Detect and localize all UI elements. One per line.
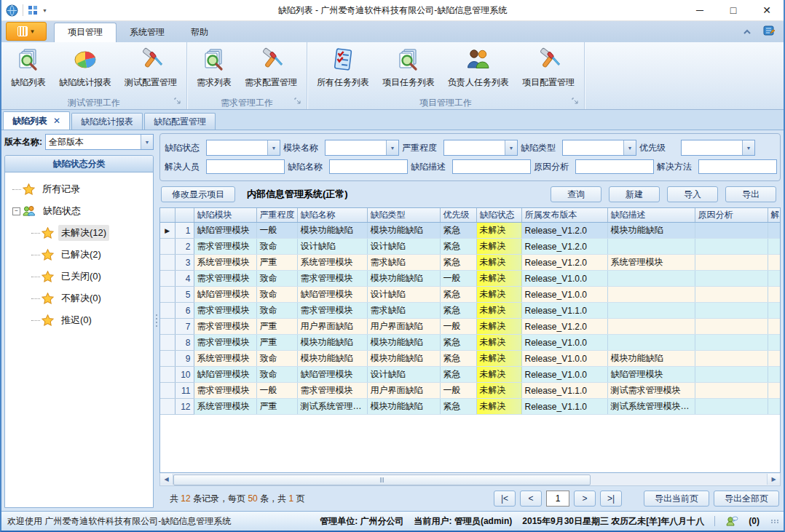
qat-dropdown-arrow[interactable]: ▼ <box>42 8 47 13</box>
ribbon-button[interactable]: 缺陷统计报表 <box>54 45 117 91</box>
table-row-12[interactable]: 12系统管理模块严重测试系统管理…模块功能缺陷紧急未解决Release_V1.1… <box>160 399 781 415</box>
chevron-down-icon[interactable]: ▼ <box>141 135 153 149</box>
row-selector-cell[interactable] <box>160 383 175 399</box>
message-count-badge[interactable]: (0) <box>749 516 760 526</box>
tree-node-5[interactable]: 已关闭(0) <box>31 266 150 287</box>
filter-input-4[interactable] <box>575 159 654 174</box>
last-page-button[interactable]: >| <box>600 491 622 507</box>
ribbon-button[interactable]: 所有任务列表 <box>312 45 374 91</box>
tree-node-6[interactable]: 不解决(0) <box>31 287 150 309</box>
table-row-3[interactable]: 3系统管理模块严重系统管理模块需求缺陷紧急未解决Release_V1.2.0系统… <box>160 255 781 271</box>
prev-page-button[interactable]: < <box>520 491 542 507</box>
dialog-launcher-icon[interactable] <box>572 96 578 106</box>
row-selector-cell[interactable] <box>160 303 175 319</box>
application-menu-button[interactable]: ▼ <box>6 22 47 41</box>
resize-grip[interactable] <box>771 520 779 523</box>
ribbon-button[interactable]: 需求列表 <box>192 45 237 91</box>
chevron-down-icon[interactable]: ▼ <box>742 140 754 155</box>
horizontal-scrollbar[interactable]: ◀ ▶ <box>159 473 781 486</box>
row-selector-cell[interactable] <box>160 287 175 303</box>
table-row-6[interactable]: 6需求管理模块致命需求管理模块需求缺陷紧急未解决Release_V1.1.0 <box>160 303 781 319</box>
row-selector-cell[interactable] <box>160 271 175 287</box>
help-icon[interactable] <box>763 25 776 39</box>
table-row-5[interactable]: 5缺陷管理模块致命缺陷管理模块设计缺陷紧急未解决Release_V1.0.0 <box>160 287 781 303</box>
ribbon-button[interactable]: 需求配置管理 <box>240 45 302 91</box>
chevron-down-icon[interactable]: ▼ <box>267 140 280 155</box>
filter-select-5[interactable]: ▼ <box>681 140 755 156</box>
doc-tab-2[interactable]: 缺陷统计报表 <box>71 113 143 130</box>
doc-tab-3[interactable]: 缺陷配置管理 <box>144 113 216 130</box>
grid-icon[interactable] <box>28 5 38 15</box>
row-selector-cell[interactable] <box>160 319 175 335</box>
scrollbar-thumb[interactable] <box>173 475 591 485</box>
filter-input-3[interactable] <box>452 159 531 174</box>
close-icon[interactable]: ✕ <box>53 116 60 126</box>
minimize-button[interactable]: ─ <box>683 1 717 20</box>
ribbon-tab-1[interactable]: 项目管理 <box>54 23 117 42</box>
export-current-page-button[interactable]: 导出当前页 <box>644 491 709 507</box>
row-selector-cell[interactable]: ▶ <box>160 223 175 239</box>
table-row-2[interactable]: 2需求管理模块致命设计缺陷设计缺陷紧急未解决Release_V1.2.0 <box>160 239 781 255</box>
tree-node-4[interactable]: 已解决(2) <box>31 244 150 266</box>
table-row-10[interactable]: 10缺陷管理模块致命缺陷管理模块设计缺陷紧急未解决Release_V1.0.0缺… <box>160 367 781 383</box>
column-header-11[interactable]: 原因分析 <box>695 208 768 223</box>
column-header-4[interactable]: 严重程度 <box>256 208 297 223</box>
row-selector-cell[interactable] <box>160 255 175 271</box>
table-row-11[interactable]: 11需求管理模块一般需求管理模块用户界面缺陷一般未解决Release_V1.1.… <box>160 383 781 399</box>
column-header-7[interactable]: 优先级 <box>440 208 476 223</box>
column-header-9[interactable]: 所属发布版本 <box>521 208 607 223</box>
dialog-launcher-icon[interactable] <box>174 96 181 106</box>
filter-select-3[interactable]: ▼ <box>443 140 518 156</box>
table-row-1[interactable]: ▶1缺陷管理模块一般模块功能缺陷模块功能缺陷紧急未解决Release_V1.2.… <box>160 223 781 239</box>
ribbon-button[interactable]: 负责人任务列表 <box>443 45 514 91</box>
globe-icon[interactable] <box>6 4 18 17</box>
column-header-8[interactable]: 缺陷状态 <box>476 208 521 223</box>
filter-input-1[interactable] <box>206 159 285 174</box>
column-header-3[interactable]: 缺陷模块 <box>194 208 256 223</box>
column-header-6[interactable]: 缺陷类型 <box>367 208 440 223</box>
tree-node-7[interactable]: 推迟(0) <box>31 309 150 331</box>
row-selector-cell[interactable] <box>160 239 175 255</box>
modify-columns-button[interactable]: 修改显示项目 <box>161 186 235 202</box>
page-number-input[interactable] <box>546 491 569 507</box>
close-button[interactable]: ✕ <box>750 1 784 20</box>
filter-select-2[interactable]: ▼ <box>325 140 399 156</box>
row-selector-cell[interactable] <box>160 351 175 367</box>
ribbon-tab-2[interactable]: 系统管理 <box>117 23 178 42</box>
filter-input-5[interactable] <box>698 159 777 174</box>
ribbon-button[interactable]: 缺陷列表 <box>6 45 51 91</box>
tree-expander-icon[interactable]: − <box>12 207 20 215</box>
filter-select-1[interactable]: ▼ <box>206 140 280 156</box>
message-user-icon[interactable] <box>725 515 738 527</box>
table-row-8[interactable]: 8需求管理模块严重模块功能缺陷模块功能缺陷紧急未解决Release_V1.0.0 <box>160 335 781 351</box>
row-selector-cell[interactable] <box>160 335 175 351</box>
scroll-left-icon[interactable]: ◀ <box>160 474 173 485</box>
export-all-pages-button[interactable]: 导出全部页 <box>714 491 779 507</box>
toolbar-button-2[interactable]: 新建 <box>609 186 660 202</box>
tree-node-2[interactable]: −缺陷状态 <box>12 200 150 222</box>
table-row-7[interactable]: 7需求管理模块严重用户界面缺陷用户界面缺陷一般未解决Release_V1.2.0 <box>160 319 781 335</box>
row-selector-cell[interactable] <box>160 367 175 383</box>
next-page-button[interactable]: > <box>574 491 596 507</box>
ribbon-button[interactable]: 项目任务列表 <box>377 45 440 91</box>
column-header-5[interactable]: 缺陷名称 <box>297 208 367 223</box>
ribbon-button[interactable]: 测试配置管理 <box>119 45 182 91</box>
toolbar-button-1[interactable]: 查询 <box>551 186 601 202</box>
chevron-down-icon[interactable]: ▼ <box>505 140 517 155</box>
first-page-button[interactable]: |< <box>494 491 516 507</box>
doc-tab-1[interactable]: 缺陷列表✕ <box>3 111 70 130</box>
toolbar-button-4[interactable]: 导出 <box>725 186 776 202</box>
dialog-launcher-icon[interactable] <box>294 96 301 106</box>
tree-node-3[interactable]: 未解决(12) <box>31 222 150 244</box>
ribbon-button[interactable]: 项目配置管理 <box>517 45 580 91</box>
filter-input-2[interactable] <box>329 159 408 174</box>
tree-node-1[interactable]: 所有记录 <box>12 178 150 200</box>
version-select[interactable]: 全部版本 ▼ <box>45 134 154 150</box>
column-header-12[interactable]: 解决方法 <box>768 208 781 223</box>
ribbon-tab-3[interactable]: 帮助 <box>178 23 221 42</box>
toolbar-button-3[interactable]: 导入 <box>667 186 718 202</box>
filter-select-4[interactable]: ▼ <box>562 140 636 156</box>
table-row-9[interactable]: 9系统管理模块致命模块功能缺陷模块功能缺陷紧急未解决Release_V1.0.0… <box>160 351 781 367</box>
collapse-ribbon-icon[interactable] <box>743 27 752 37</box>
row-selector-cell[interactable] <box>160 399 175 415</box>
